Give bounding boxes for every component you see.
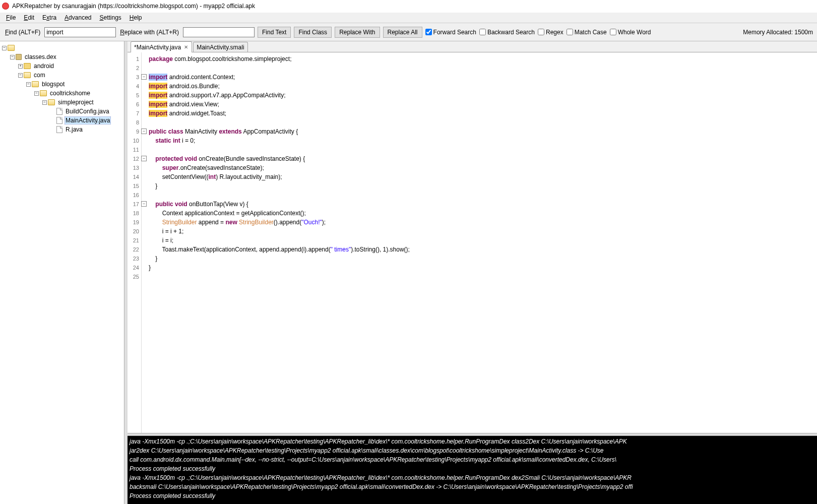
tree-row-android[interactable]: +android (0, 61, 124, 71)
toggle-icon[interactable]: − (34, 91, 39, 96)
console-line: java -Xmx1500m -cp .;C:\Users\anjain\wor… (130, 437, 815, 446)
code-content[interactable]: package com.blogspot.cooltrickshome.simp… (142, 52, 817, 433)
find-class-button[interactable]: Find Class (294, 27, 332, 38)
menu-advanced[interactable]: Advanced (60, 13, 95, 22)
replace-all-button[interactable]: Replace All (383, 27, 422, 38)
tree-row-classes-dex[interactable]: −classes.dex (0, 52, 124, 61)
file-icon (56, 117, 62, 124)
tree-panel: − −classes.dex +android −com −blogspot −… (0, 41, 124, 504)
toggle-icon[interactable]: − (42, 100, 47, 105)
whole-word-checkbox[interactable]: Whole Word (610, 29, 651, 36)
tree-row-mainactivity[interactable]: MainActivity.java (0, 116, 124, 125)
tree-row-blogspot[interactable]: −blogspot (0, 80, 124, 89)
tree-row-buildconfig[interactable]: BuildConfig.java (0, 107, 124, 116)
replace-label: Replace with (ALT+R) (119, 29, 180, 36)
folder-open-icon (8, 45, 15, 51)
toggle-icon[interactable]: − (10, 55, 15, 59)
find-input[interactable] (44, 27, 116, 37)
tab-mainactivity-java[interactable]: *MainActivity.java✕ (131, 41, 192, 52)
memory-allocated-label: Memory Allocated: 1500m (743, 29, 813, 36)
editor-panel: *MainActivity.java✕ MainActivity.smali 1… (128, 41, 817, 504)
forward-search-checkbox[interactable]: Forward Search (425, 29, 476, 36)
file-icon (56, 126, 62, 133)
toggle-icon[interactable]: − (18, 73, 23, 78)
menu-file[interactable]: File (2, 13, 20, 22)
menu-edit[interactable]: Edit (20, 13, 38, 22)
menu-settings[interactable]: Settings (95, 13, 125, 22)
tree-row-simpleproject[interactable]: −simpleproject (0, 98, 124, 107)
console-line: Process completed successfully (130, 464, 815, 473)
console-panel[interactable]: java -Xmx1500m -cp .;C:\Users\anjain\wor… (128, 436, 817, 504)
menubar: File Edit Extra Advanced Settings Help (0, 12, 817, 23)
find-label: Find (ALT+F) (4, 29, 41, 36)
folder-open-icon (24, 72, 31, 78)
folder-icon (24, 63, 31, 69)
app-icon (2, 3, 9, 10)
regex-checkbox[interactable]: Regex (538, 29, 563, 36)
toggle-icon[interactable]: − (2, 46, 7, 50)
folder-open-icon (40, 90, 47, 96)
tree-row-r[interactable]: R.java (0, 125, 124, 134)
replace-with-button[interactable]: Replace With (335, 27, 380, 38)
close-icon[interactable]: ✕ (183, 44, 188, 50)
toolbar: Find (ALT+F) Replace with (ALT+R) Find T… (0, 23, 817, 41)
backward-search-checkbox[interactable]: Backward Search (479, 29, 535, 36)
file-icon (56, 108, 62, 115)
tree-row-cooltrickshome[interactable]: −cooltrickshome (0, 89, 124, 98)
folder-open-icon (32, 81, 39, 87)
folder-open-icon (48, 99, 55, 105)
console-line: jar2dex C:\Users\anjain\workspace\APKRep… (130, 446, 815, 455)
code-area[interactable]: 1234567891011121314151617181920212223242… (128, 52, 817, 433)
find-text-button[interactable]: Find Text (258, 27, 291, 38)
window-titlebar: APKRepatcher by csanuragjain (https://co… (0, 0, 817, 12)
editor-tabs: *MainActivity.java✕ MainActivity.smali (128, 41, 817, 52)
console-line: Process completed successfully (130, 491, 815, 500)
console-line: java -Xmx1500m -cp .;C:\Users\anjain\wor… (130, 473, 815, 482)
tab-mainactivity-smali[interactable]: MainActivity.smali (193, 42, 247, 52)
window-title: APKRepatcher by csanuragjain (https://co… (12, 3, 255, 10)
console-line: backsmali C:\Users\anjain\workspace\APKR… (130, 482, 815, 491)
main-area: − −classes.dex +android −com −blogspot −… (0, 41, 817, 504)
line-gutter: 1234567891011121314151617181920212223242… (128, 52, 142, 433)
toggle-icon[interactable]: − (26, 82, 31, 87)
replace-input[interactable] (183, 27, 255, 37)
menu-help[interactable]: Help (125, 13, 146, 22)
console-line: call com.android.dx.command.Main.main[--… (130, 455, 815, 464)
tree-row-root[interactable]: − (0, 43, 124, 52)
match-case-checkbox[interactable]: Match Case (567, 29, 607, 36)
package-icon (16, 54, 22, 60)
toggle-icon[interactable]: + (18, 64, 23, 69)
menu-extra[interactable]: Extra (38, 13, 60, 22)
tree-row-com[interactable]: −com (0, 71, 124, 80)
